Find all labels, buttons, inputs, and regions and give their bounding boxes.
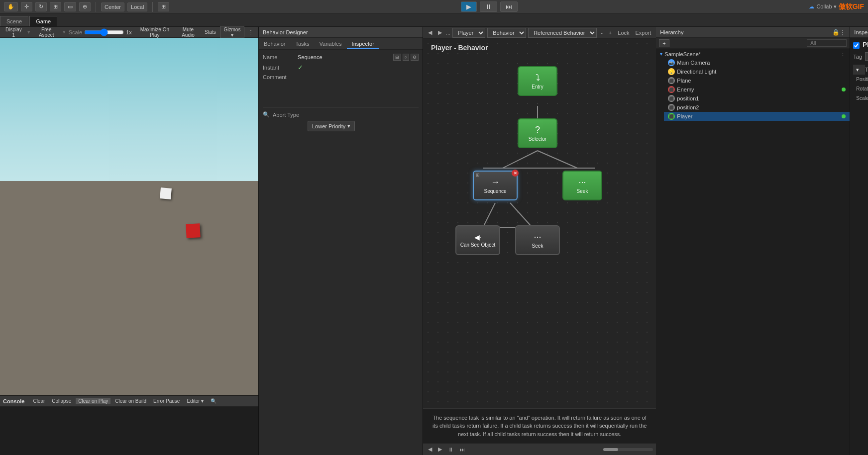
abort-dropdown[interactable]: Lower Priority ▾ (308, 121, 355, 131)
rotate-tool-btn[interactable]: ↻ (35, 2, 47, 11)
mute-btn[interactable]: Mute Audio (176, 26, 201, 38)
stats-btn[interactable]: Stats (203, 29, 218, 35)
more-btn[interactable]: ⋮ (246, 29, 255, 35)
bt-node-entry[interactable]: ⤵ Entry (518, 66, 557, 96)
hierarchy-main-camera[interactable]: 📷 Main Camera (664, 58, 850, 67)
clear-on-play-btn[interactable]: Clear on Play (76, 398, 110, 404)
bt-referenced-select[interactable]: Referenced Behavior (528, 28, 597, 38)
scale-label: Scale (856, 95, 868, 101)
camera-icon: 📷 (668, 59, 675, 66)
hierarchy-position1[interactable]: ⬛ position1 (664, 94, 850, 103)
bt-node-seek1[interactable]: ··· Seek (562, 171, 602, 200)
tab-game[interactable]: Game (29, 16, 57, 26)
bt-node-selector[interactable]: ? Selector (518, 118, 557, 148)
sequence-icon: → (491, 177, 500, 187)
bt-nav-forward[interactable]: ▶ (436, 28, 444, 37)
bt-bottom-pause[interactable]: ⏸ (446, 446, 455, 454)
gizmos-btn[interactable]: Gizmos ▾ (220, 26, 244, 39)
aspect-btn[interactable]: Free Aspect (33, 26, 60, 38)
hierarchy-scene[interactable]: ▾ SampleScene* ⋮ (656, 50, 850, 58)
hierarchy-plane[interactable]: ⬛ Plane (664, 76, 850, 85)
scale-tool-btn[interactable]: ⊞ (50, 2, 61, 11)
bt-scrollbar[interactable] (603, 448, 653, 451)
bt-export-btn[interactable]: Export (634, 29, 653, 37)
collab-btn[interactable]: Collab ▾ (816, 3, 836, 10)
clear-btn[interactable]: Clear (30, 398, 47, 404)
sep1: ▾ (27, 29, 30, 35)
hierarchy-position2[interactable]: ⬛ position2 (664, 103, 850, 112)
bt-nav-back[interactable]: ◀ (426, 28, 434, 37)
bt-plus-btn[interactable]: + (607, 29, 614, 37)
left-panel: Display 1 ▾ Free Aspect ▾ Scale 1x Maxim… (0, 27, 259, 455)
hierarchy-toolbar: + (656, 38, 850, 49)
bt-node-seek2[interactable]: ··· Seek (515, 225, 560, 255)
scale-slider[interactable] (84, 28, 124, 36)
hierarchy-player[interactable]: ⬛ Player (664, 112, 850, 121)
bd-tab-behavior[interactable]: Behavior (259, 39, 290, 49)
space-btn[interactable]: Local (127, 2, 147, 11)
transform-section: ▾ Transform Position X Y (853, 65, 865, 103)
transform-header[interactable]: ▾ Transform (853, 65, 865, 75)
rotation-field: Rotation X Y (853, 84, 865, 93)
selector-label: Selector (529, 136, 547, 142)
bt-canvas-title: Player - Behavior (423, 39, 656, 57)
hierarchy-more-icon[interactable]: ⋮ (840, 29, 846, 36)
cansee-icon: ◀· (474, 233, 482, 241)
bt-lock-btn[interactable]: Lock (616, 29, 631, 37)
bt-node-cansee[interactable]: ◀· Can See Object (455, 225, 500, 255)
inspector-content: Player Tag Untagged Layer Default ▾ Tran… (850, 38, 868, 455)
bd-tabs: Behavior Tasks Variables Inspector (259, 38, 423, 50)
move-tool-btn[interactable]: ✛ (21, 2, 32, 11)
transform-tool-btn[interactable]: ⊕ (79, 2, 91, 11)
bd-tab-inspector[interactable]: Inspector (347, 39, 379, 49)
collapse-btn[interactable]: Collapse (49, 398, 74, 404)
game-canvas (0, 38, 258, 395)
hierarchy-add-btn[interactable]: + (659, 39, 669, 47)
bd-name-gear-btn[interactable]: ⚙ (411, 54, 419, 61)
bd-name-settings-btn[interactable]: ○ (403, 54, 409, 61)
pos1-label: position1 (677, 95, 699, 101)
bt-bottom-step[interactable]: ⏭ (457, 446, 467, 454)
scale-field: Scale X Y (853, 93, 865, 103)
tab-scene[interactable]: Scene (0, 16, 28, 26)
tag-dropdown[interactable]: Untagged (865, 52, 868, 61)
play-btn[interactable]: ▶ (461, 1, 477, 12)
hierarchy-lock-icon[interactable]: 🔒 (832, 29, 840, 36)
error-pause-btn[interactable]: Error Pause (151, 398, 182, 404)
player-active-check[interactable] (853, 42, 860, 49)
bt-behavior-select[interactable]: Behavior (487, 28, 526, 38)
cansee-label: Can See Object (460, 242, 496, 248)
grid-btn[interactable]: ⊞ (158, 2, 169, 11)
bt-canvas[interactable]: Player - Behavior ⤵ E (423, 39, 656, 408)
hierarchy-dir-light[interactable]: 💡 Directional Light (664, 67, 850, 76)
player-dot (842, 114, 846, 118)
bd-tab-variables[interactable]: Variables (315, 39, 347, 49)
hierarchy-enemy[interactable]: ⬛ Enemy (664, 85, 850, 94)
clear-on-build-btn[interactable]: Clear on Build (112, 398, 149, 404)
pause-btn[interactable]: ⏸ (480, 1, 497, 12)
bt-minus-btn[interactable]: - (599, 29, 605, 37)
bt-bottom-back[interactable]: ◀ (426, 445, 434, 454)
display-btn[interactable]: Display 1 (3, 26, 24, 38)
tag-label: Tag (853, 54, 862, 60)
maximize-btn[interactable]: Maximize On Play (136, 26, 174, 38)
bd-title: Behavior Designer (259, 27, 423, 38)
hand-tool-btn[interactable]: ✋ (4, 2, 18, 11)
bt-bottom-play[interactable]: ▶ (436, 445, 444, 454)
bt-node-sequence[interactable]: ⊞ → Sequence ✕ (473, 171, 518, 200)
scene-icon: ▾ (660, 51, 662, 57)
rect-tool-btn[interactable]: ▭ (64, 2, 76, 11)
console-content (0, 407, 258, 455)
bd-tab-tasks[interactable]: Tasks (290, 39, 314, 49)
seq-corner-icon: ⊞ (476, 173, 480, 178)
position-field: Position X Y (853, 75, 865, 84)
bd-name-copy-btn[interactable]: ⊞ (393, 54, 401, 61)
console-panel: Console Clear Collapse Clear on Play Cle… (0, 395, 258, 455)
console-search-btn[interactable]: 🔍 (208, 398, 219, 404)
hierarchy-search[interactable] (807, 39, 847, 47)
editor-btn[interactable]: Editor ▾ (184, 398, 206, 404)
console-title: Console (3, 398, 24, 404)
pivot-btn[interactable]: Center (101, 2, 124, 11)
bt-player-select[interactable]: Player (452, 28, 485, 38)
step-btn[interactable]: ⏭ (500, 1, 518, 12)
